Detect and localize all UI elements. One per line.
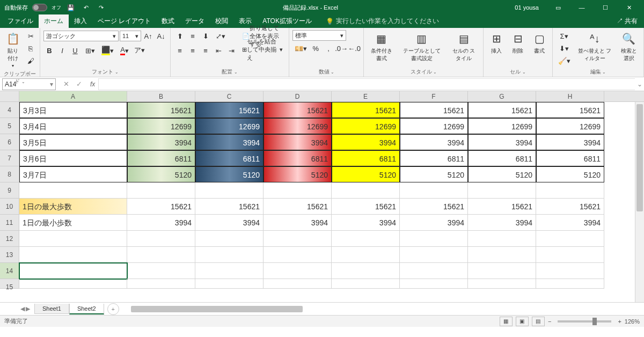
orientation-icon[interactable]: ⤢▾ xyxy=(213,30,229,42)
cell-H11[interactable]: 3994 xyxy=(536,215,604,231)
row-header-8[interactable]: 8 xyxy=(0,166,19,182)
spreadsheet-grid[interactable]: ABCDEFGH 43月3日15621156211562115621156211… xyxy=(0,91,644,302)
tab-file[interactable]: ファイル xyxy=(2,14,39,28)
tab-data[interactable]: データ xyxy=(180,14,210,28)
cell-B10[interactable]: 15621 xyxy=(127,199,195,215)
cell-B11[interactable]: 3994 xyxy=(127,215,195,231)
cell-C11[interactable]: 3994 xyxy=(195,215,264,231)
cell-D13[interactable] xyxy=(264,247,332,263)
cell-G6[interactable]: 3994 xyxy=(468,134,536,150)
indent-right-icon[interactable]: ⇥ xyxy=(225,45,237,56)
cell-C9[interactable] xyxy=(195,182,264,199)
cell-B4[interactable]: 15621 xyxy=(127,102,195,118)
row-header-12[interactable]: 12 xyxy=(0,231,19,247)
cell-D15[interactable] xyxy=(264,279,332,289)
font-name-combo[interactable]: 游ゴシック▾ xyxy=(43,31,119,41)
cell-C5[interactable]: 12699 xyxy=(195,118,264,134)
cell-D11[interactable]: 3994 xyxy=(264,215,332,231)
cell-A11[interactable]: 1日の最小歩数 xyxy=(19,215,127,231)
cell-G4[interactable]: 15621 xyxy=(468,102,536,118)
user-name[interactable]: 01 yousa xyxy=(515,4,539,11)
col-header-G[interactable]: G xyxy=(468,91,536,101)
cell-E13[interactable] xyxy=(332,247,400,263)
cell-F14[interactable] xyxy=(400,263,468,279)
share-button[interactable]: ↗ 共有 xyxy=(612,14,642,28)
sheet-nav-next-icon[interactable]: ▶ xyxy=(26,305,30,312)
cancel-formula-icon[interactable]: ✕ xyxy=(60,78,72,90)
cell-G14[interactable] xyxy=(468,263,536,279)
autosum-icon[interactable]: Σ▾ xyxy=(556,30,572,42)
align-middle-icon[interactable]: ≡ xyxy=(187,30,199,42)
sheet-tab-1[interactable]: Sheet1 xyxy=(34,304,69,314)
row-header-9[interactable]: 9 xyxy=(0,182,19,199)
row-header-5[interactable]: 5 xyxy=(0,118,19,134)
cell-styles-button[interactable]: ▤セルの スタイル xyxy=(448,30,480,63)
cell-G15[interactable] xyxy=(468,279,536,289)
format-painter-icon[interactable]: 🖌 xyxy=(25,55,36,67)
borders-button[interactable]: ⊞▾ xyxy=(82,45,98,56)
cell-H9[interactable] xyxy=(536,182,604,199)
add-sheet-button[interactable]: + xyxy=(107,303,119,315)
select-all-corner[interactable] xyxy=(0,91,19,101)
cell-B5[interactable]: 12699 xyxy=(127,118,195,134)
bold-button[interactable]: B xyxy=(43,45,55,56)
row-header-13[interactable]: 13 xyxy=(0,247,19,263)
phonetic-button[interactable]: ア▾ xyxy=(134,45,145,56)
expand-formula-icon[interactable]: ⌄ xyxy=(635,80,644,88)
col-header-B[interactable]: B xyxy=(127,91,195,101)
merge-center-button[interactable]: ⊞ セルを結合して中央揃え ▾ xyxy=(239,43,286,55)
fill-color-button[interactable]: ⬛▾ xyxy=(99,45,115,56)
cell-G10[interactable]: 15621 xyxy=(468,199,536,215)
tab-layout[interactable]: ページ レイアウト xyxy=(92,14,156,28)
cell-B8[interactable]: 5120 xyxy=(127,166,195,182)
row-header-11[interactable]: 11 xyxy=(0,215,19,231)
cell-E4[interactable]: 15621 xyxy=(332,102,400,118)
zoom-level[interactable]: 126% xyxy=(625,318,640,325)
cell-H4[interactable]: 15621 xyxy=(536,102,604,118)
cell-E5[interactable]: 12699 xyxy=(332,118,400,134)
horizontal-scrollbar[interactable] xyxy=(130,305,644,313)
minimize-icon[interactable]: ― xyxy=(571,0,592,15)
cell-E15[interactable] xyxy=(332,279,400,289)
row-header-7[interactable]: 7 xyxy=(0,150,19,166)
cell-E9[interactable] xyxy=(332,182,400,199)
cell-D14[interactable] xyxy=(264,263,332,279)
cell-G13[interactable] xyxy=(468,247,536,263)
indent-left-icon[interactable]: ⇤ xyxy=(213,45,224,56)
cell-D4[interactable]: 15621 xyxy=(264,102,332,118)
vertical-scrollbar[interactable] xyxy=(635,102,644,302)
increase-font-icon[interactable]: A↑ xyxy=(142,30,154,42)
cell-B15[interactable] xyxy=(127,279,195,289)
cell-C8[interactable]: 5120 xyxy=(195,166,264,182)
save-icon[interactable]: 💾 xyxy=(65,2,76,13)
zoom-out-button[interactable]: − xyxy=(548,318,551,325)
cell-H10[interactable]: 15621 xyxy=(536,199,604,215)
cell-D9[interactable] xyxy=(264,182,332,199)
zoom-slider[interactable] xyxy=(558,320,611,323)
comma-icon[interactable]: , xyxy=(323,42,334,54)
cell-E12[interactable] xyxy=(332,231,400,247)
cell-A5[interactable]: 3月4日 xyxy=(19,118,127,134)
underline-button[interactable]: U xyxy=(69,45,81,56)
cell-B14[interactable] xyxy=(127,263,195,279)
cell-G7[interactable]: 6811 xyxy=(468,150,536,166)
cell-F7[interactable]: 6811 xyxy=(400,150,468,166)
fill-icon[interactable]: ⬇▾ xyxy=(556,42,572,54)
cell-H12[interactable] xyxy=(536,231,604,247)
view-normal-icon[interactable]: ▦ xyxy=(500,317,513,326)
format-cells-button[interactable]: ▢書式 xyxy=(530,30,549,56)
cell-E7[interactable]: 6811 xyxy=(332,150,400,166)
cell-D8[interactable]: 5120 xyxy=(264,166,332,182)
cell-E14[interactable] xyxy=(332,263,400,279)
cell-F10[interactable]: 15621 xyxy=(400,199,468,215)
name-box[interactable]: A14▾ xyxy=(2,78,56,90)
align-right-icon[interactable]: ≡ xyxy=(200,45,211,56)
cell-F11[interactable]: 3994 xyxy=(400,215,468,231)
cell-B6[interactable]: 3994 xyxy=(127,134,195,150)
row-header-14[interactable]: 14 xyxy=(0,263,19,279)
cut-icon[interactable]: ✂ xyxy=(25,30,36,42)
paste-button[interactable]: 📋貼り付け▾ xyxy=(3,30,23,69)
cell-B7[interactable]: 6811 xyxy=(127,150,195,166)
col-header-A[interactable]: A xyxy=(19,91,127,101)
cell-B12[interactable] xyxy=(127,231,195,247)
